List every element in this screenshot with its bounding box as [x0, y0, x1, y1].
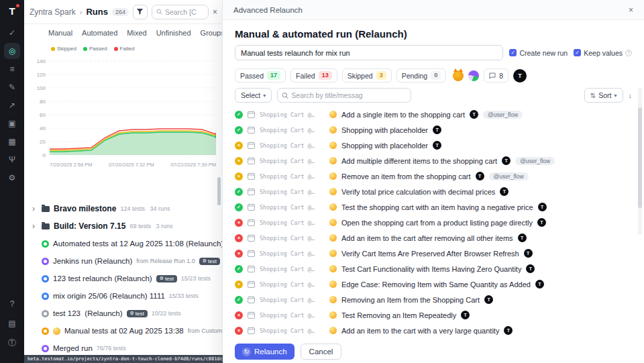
passed-filter-chip[interactable]: Passed17 [235, 68, 286, 83]
test-row[interactable]: × Shopping Cart @… Add an item to the ca… [235, 323, 632, 338]
suite-path: Shopping Cart @… [260, 204, 325, 211]
tree-run-row[interactable]: › test 123 (Relaunch) ⚙test 10/22 tests [24, 305, 223, 322]
chip-count-badge: 13 [319, 71, 332, 80]
check-icon[interactable]: ✓ [4, 25, 20, 41]
relaunch-label: Relaunch [254, 348, 287, 356]
comments-filter-chip[interactable]: 8 [484, 68, 508, 83]
info-icon[interactable]: ? [625, 50, 632, 56]
tab-mixed[interactable]: Mixed [127, 29, 146, 37]
tree-run-row[interactable]: › Automated tests at 12 Aug 2025 11:08 (… [24, 235, 223, 252]
gear-icon: ⚙ [130, 311, 134, 316]
gallery-icon[interactable]: ▦ [4, 134, 20, 150]
tree-run-row[interactable]: › mix origin 25/06 (Relaunch) 1111 ⚙ 15/… [24, 287, 223, 305]
library-icon[interactable]: ▤ [4, 315, 20, 331]
tab-manual[interactable]: Manual [48, 29, 72, 37]
tree-folder-row[interactable]: › Bravo milestone ⚙ 124 tests 34 runs [24, 200, 223, 217]
breadcrumb-project[interactable]: Zyntra Spark [30, 7, 76, 17]
scrollbar-thumb[interactable] [638, 107, 642, 208]
report-icon[interactable]: ≡ [4, 61, 20, 77]
test-row[interactable]: » Shopping Cart @… Edge Case: Removing I… [235, 276, 632, 292]
emoji-icon [53, 327, 60, 335]
test-row[interactable]: ✓ Shopping Cart @… Shopping with placeho… [235, 122, 632, 138]
test-row[interactable]: × Shopping Cart @… Verify Cart Items Are… [235, 246, 632, 261]
test-row[interactable]: × Shopping Cart @… Add an item to the ca… [235, 230, 632, 246]
author-avatar[interactable]: T [513, 69, 527, 83]
test-row[interactable]: ✓ Shopping Cart @… Verify total price ca… [235, 184, 632, 199]
test-row[interactable]: × Shopping Cart @… Test Removing an Item… [235, 307, 632, 323]
calendar-icon [248, 234, 255, 242]
runs-search-input[interactable] [165, 8, 204, 16]
filter-button[interactable] [133, 5, 148, 19]
cat-emoji[interactable] [453, 70, 464, 81]
tree-item-title: mix origin 25/06 (Relaunch) 1111 [53, 292, 165, 300]
suite-path: Shopping Cart @… [260, 219, 325, 226]
tree-item-icon [42, 293, 49, 300]
compose-icon[interactable]: ✎ [4, 79, 20, 95]
drawer-scrollbar[interactable] [638, 87, 642, 235]
main-scrollbar[interactable] [217, 177, 221, 224]
tab-unfinished[interactable]: Unfinished [156, 29, 191, 37]
sort-dropdown[interactable]: ⇅ Sort ▾ [584, 88, 623, 103]
pending-filter-chip[interactable]: Pending0 [396, 68, 447, 83]
test-row[interactable]: » Shopping Cart @… Add multiple differen… [235, 153, 632, 168]
expand-chevron-icon[interactable]: › [32, 204, 38, 213]
tests-search[interactable] [277, 88, 411, 103]
test-row[interactable]: » Shopping Cart @… Remove an item from t… [235, 168, 632, 184]
tree-run-row[interactable]: › 123 test relaunch (Relaunch) ⚙test 15/… [24, 270, 223, 287]
relaunch-button[interactable]: ↻ Relaunch [235, 344, 294, 360]
breadcrumb-section-runs[interactable]: Runs [86, 7, 108, 17]
suite-path: Shopping Cart @… [260, 327, 325, 334]
test-title: Verify Cart Items Are Preserved After Br… [341, 250, 519, 258]
legend-dot [51, 47, 55, 51]
test-row[interactable]: ✓ Shopping Cart @… Test Cart Functionali… [235, 261, 632, 276]
breadcrumb-separator: › [80, 8, 83, 16]
status-bar-url: beta.testomat.io/projects/zyntra-don-t-t… [24, 355, 223, 363]
chevron-down-icon: ▾ [614, 93, 616, 99]
calendar-icon [248, 250, 255, 257]
branch-icon[interactable]: Ψ [4, 152, 20, 168]
test-row[interactable]: ✓ Shopping Cart @… Add a single item to … [235, 107, 632, 122]
test-row[interactable]: ✓ Shopping Cart @… Removing an Item from… [235, 292, 632, 307]
create-new-run-checkbox[interactable]: ✓ Create new run [509, 49, 568, 57]
test-row[interactable]: ✓ Shopping Cart @… Test the shopping car… [235, 199, 632, 215]
help-icon[interactable]: ? [4, 296, 20, 312]
brand-icon[interactable]: Ⓣ [4, 335, 20, 351]
test-title: Edge Case: Removing Item with Same Quant… [341, 280, 531, 289]
scrollbar-thumb[interactable] [217, 177, 221, 205]
drawer-close-icon[interactable]: × [629, 6, 633, 14]
runs-icon[interactable]: ◎ [4, 43, 20, 59]
analytics-icon[interactable]: ↗ [4, 97, 20, 113]
emoji-icon [329, 327, 337, 334]
tree-run-row[interactable]: › Jenkins run (Relaunch) from Release Ru… [24, 252, 223, 270]
create-new-run-label: Create new run [519, 49, 568, 57]
failed-filter-chip[interactable]: Failed13 [290, 68, 337, 83]
expand-chevron-icon[interactable]: › [32, 221, 38, 231]
gear-icon: ⚙ [160, 276, 164, 281]
test-row[interactable]: » Shopping Cart @… Shopping with placeho… [235, 138, 632, 153]
tag-badge: @user_flow [515, 157, 555, 165]
test-row[interactable]: × Shopping Cart @… Open the shopping car… [235, 215, 632, 230]
skipped-filter-chip[interactable]: Skipped3 [342, 68, 392, 83]
chip-count-badge: 3 [376, 71, 386, 80]
settings-gear-icon[interactable]: ⚙ [4, 170, 20, 186]
run-name-input[interactable] [235, 45, 503, 60]
tab-groups[interactable]: Groups [201, 29, 223, 37]
tests-search-input[interactable] [291, 91, 407, 99]
tab-automated[interactable]: Automated [82, 29, 117, 37]
suite-path: Shopping Cart @… [260, 250, 325, 257]
emoji-icon [329, 126, 337, 134]
sort-direction-button[interactable]: ↓ [629, 91, 633, 99]
cancel-button[interactable]: Cancel [301, 344, 342, 360]
drawer-heading: Manual & automated run (Relaunch) [235, 28, 632, 40]
close-search-icon[interactable]: × [213, 8, 217, 16]
automated-badge: T [518, 234, 527, 242]
test-badge: ⚙test [156, 275, 177, 282]
tree-folder-row[interactable]: › Build: Version 7.15 ⚙ 69 tests 3 runs [24, 217, 223, 235]
app-logo[interactable]: T [9, 5, 15, 17]
tree-run-row[interactable]: › Manual tests at 02 Aug 2025 13:38 from… [24, 322, 223, 340]
keep-values-checkbox[interactable]: ✓ Keep values ? [574, 49, 632, 57]
inbox-icon[interactable]: ▣ [4, 115, 20, 132]
assignee-avatar[interactable] [468, 70, 479, 81]
select-dropdown[interactable]: Select ▾ [235, 88, 272, 103]
runs-search[interactable] [152, 5, 209, 19]
